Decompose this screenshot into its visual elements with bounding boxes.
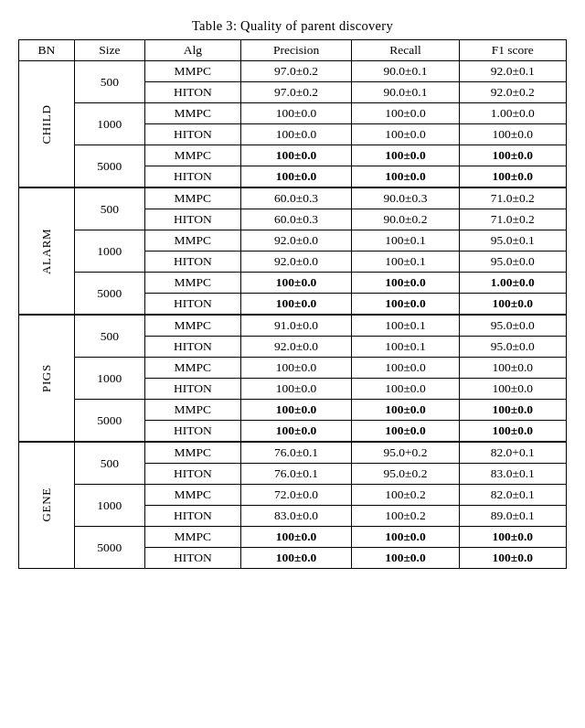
size-cell: 5000 (74, 400, 144, 443)
f1-cell: 100±0.0 (459, 145, 566, 166)
recall-cell: 90.0±0.2 (352, 209, 459, 230)
precision-cell: 92.0±0.0 (240, 230, 351, 252)
table-row: PIGS500MMPC91.0±0.0100±0.195.0±0.0 (19, 315, 567, 337)
f1-cell: 100±0.0 (459, 358, 566, 379)
precision-cell: 100±0.0 (240, 166, 351, 188)
alg-cell: MMPC (144, 273, 240, 294)
col-header-bn: BN (19, 40, 75, 61)
f1-cell: 95.0±0.0 (459, 252, 566, 273)
precision-cell: 92.0±0.0 (240, 252, 351, 273)
table-row: 1000MMPC100±0.0100±0.01.00±0.0 (19, 103, 567, 124)
recall-cell: 100±0.1 (352, 337, 459, 358)
f1-cell: 83.0±0.1 (459, 464, 566, 485)
table-row: 1000MMPC100±0.0100±0.0100±0.0 (19, 358, 567, 379)
precision-cell: 100±0.0 (240, 294, 351, 316)
alg-cell: MMPC (144, 315, 240, 337)
f1-cell: 82.0+0.1 (459, 442, 566, 464)
size-cell: 1000 (74, 230, 144, 273)
size-cell: 500 (74, 61, 144, 103)
alg-cell: HITON (144, 337, 240, 358)
alg-cell: HITON (144, 548, 240, 569)
recall-cell: 100±0.0 (352, 421, 459, 443)
alg-cell: MMPC (144, 103, 240, 124)
bn-cell: ALARM (19, 187, 75, 315)
size-cell: 1000 (74, 103, 144, 145)
f1-cell: 71.0±0.2 (459, 209, 566, 230)
precision-cell: 83.0±0.0 (240, 506, 351, 527)
alg-cell: HITON (144, 294, 240, 316)
precision-cell: 76.0±0.1 (240, 464, 351, 485)
table-caption: Table 3: Quality of parent discovery (18, 18, 567, 34)
table-container: Table 3: Quality of parent discovery BN … (18, 18, 567, 569)
col-header-f1: F1 score (459, 40, 566, 61)
f1-cell: 100±0.0 (459, 527, 566, 548)
alg-cell: HITON (144, 252, 240, 273)
precision-cell: 92.0±0.0 (240, 337, 351, 358)
precision-cell: 100±0.0 (240, 273, 351, 294)
recall-cell: 100±0.1 (352, 230, 459, 252)
recall-cell: 100±0.0 (352, 548, 459, 569)
alg-cell: HITON (144, 124, 240, 145)
bn-cell: PIGS (19, 315, 75, 442)
table-row: 1000MMPC72.0±0.0100±0.282.0±0.1 (19, 485, 567, 506)
f1-cell: 1.00±0.0 (459, 273, 566, 294)
size-cell: 500 (74, 315, 144, 358)
recall-cell: 100±0.2 (352, 506, 459, 527)
f1-cell: 100±0.0 (459, 166, 566, 188)
alg-cell: HITON (144, 209, 240, 230)
f1-cell: 92.0±0.2 (459, 82, 566, 103)
recall-cell: 90.0±0.1 (352, 61, 459, 82)
recall-cell: 95.0+0.2 (352, 442, 459, 464)
bn-cell: GENE (19, 442, 75, 569)
recall-cell: 100±0.0 (352, 124, 459, 145)
f1-cell: 92.0±0.1 (459, 61, 566, 82)
recall-cell: 100±0.0 (352, 358, 459, 379)
f1-cell: 100±0.0 (459, 294, 566, 316)
recall-cell: 100±0.0 (352, 145, 459, 166)
recall-cell: 100±0.0 (352, 400, 459, 421)
precision-cell: 100±0.0 (240, 421, 351, 443)
recall-cell: 100±0.2 (352, 485, 459, 506)
f1-cell: 95.0±0.0 (459, 315, 566, 337)
alg-cell: MMPC (144, 187, 240, 209)
precision-cell: 100±0.0 (240, 145, 351, 166)
table-row: 5000MMPC100±0.0100±0.0100±0.0 (19, 527, 567, 548)
alg-cell: MMPC (144, 485, 240, 506)
alg-cell: MMPC (144, 358, 240, 379)
precision-cell: 76.0±0.1 (240, 442, 351, 464)
recall-cell: 95.0±0.2 (352, 464, 459, 485)
recall-cell: 100±0.0 (352, 273, 459, 294)
recall-cell: 90.0±0.1 (352, 82, 459, 103)
alg-cell: HITON (144, 506, 240, 527)
size-cell: 5000 (74, 273, 144, 316)
table-row: 5000MMPC100±0.0100±0.01.00±0.0 (19, 273, 567, 294)
table-row: 5000MMPC100±0.0100±0.0100±0.0 (19, 400, 567, 421)
alg-cell: HITON (144, 421, 240, 443)
size-cell: 5000 (74, 145, 144, 188)
f1-cell: 100±0.0 (459, 548, 566, 569)
precision-cell: 91.0±0.0 (240, 315, 351, 337)
precision-cell: 60.0±0.3 (240, 209, 351, 230)
f1-cell: 89.0±0.1 (459, 506, 566, 527)
header-row: BN Size Alg Precision Recall F1 score (19, 40, 567, 61)
recall-cell: 100±0.0 (352, 379, 459, 400)
f1-cell: 95.0±0.1 (459, 230, 566, 252)
size-cell: 500 (74, 187, 144, 230)
recall-cell: 100±0.1 (352, 252, 459, 273)
precision-cell: 100±0.0 (240, 548, 351, 569)
recall-cell: 100±0.0 (352, 166, 459, 188)
precision-cell: 100±0.0 (240, 400, 351, 421)
table-row: 1000MMPC92.0±0.0100±0.195.0±0.1 (19, 230, 567, 252)
alg-cell: MMPC (144, 400, 240, 421)
recall-cell: 100±0.1 (352, 315, 459, 337)
size-cell: 1000 (74, 358, 144, 400)
bn-cell: CHILD (19, 61, 75, 188)
col-header-recall: Recall (352, 40, 459, 61)
precision-cell: 72.0±0.0 (240, 485, 351, 506)
f1-cell: 100±0.0 (459, 124, 566, 145)
recall-cell: 90.0±0.3 (352, 187, 459, 209)
table-row: CHILD500MMPC97.0±0.290.0±0.192.0±0.1 (19, 61, 567, 82)
alg-cell: HITON (144, 166, 240, 188)
table-row: 5000MMPC100±0.0100±0.0100±0.0 (19, 145, 567, 166)
col-header-size: Size (74, 40, 144, 61)
